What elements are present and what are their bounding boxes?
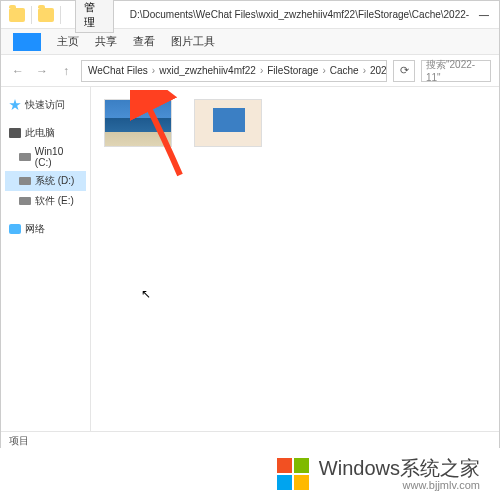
disk-icon xyxy=(19,197,31,205)
breadcrumb-part[interactable]: wxid_zwzhehiiv4mf22 xyxy=(159,65,256,76)
file-menu[interactable] xyxy=(13,33,41,51)
tab-picture-tools[interactable]: 图片工具 xyxy=(171,34,215,49)
tab-share[interactable]: 共享 xyxy=(95,34,117,49)
up-button[interactable]: ↑ xyxy=(57,62,75,80)
star-icon xyxy=(9,99,21,111)
tab-home[interactable]: 主页 xyxy=(57,34,79,49)
chevron-right-icon: › xyxy=(322,65,325,76)
status-text: 项目 xyxy=(9,435,29,446)
separator xyxy=(31,6,32,24)
sidebar-drive-c[interactable]: Win10 (C:) xyxy=(5,143,86,171)
window-title-path: D:\Documents\WeChat Files\wxid_zwzhehiiv… xyxy=(120,9,469,20)
folder-app-icon xyxy=(9,8,25,22)
watermark-title: Windows系统之家 xyxy=(319,457,480,479)
sidebar-label: Win10 (C:) xyxy=(35,146,82,168)
sidebar-drive-e[interactable]: 软件 (E:) xyxy=(5,191,86,211)
sidebar-drive-d[interactable]: 系统 (D:) xyxy=(5,171,86,191)
disk-icon xyxy=(19,177,31,185)
titlebar: 管理 D:\Documents\WeChat Files\wxid_zwzheh… xyxy=(1,1,499,29)
refresh-button[interactable]: ⟳ xyxy=(393,60,415,82)
disk-icon xyxy=(19,153,31,161)
breadcrumb-part[interactable]: WeChat Files xyxy=(88,65,148,76)
breadcrumb[interactable]: WeChat Files › wxid_zwzhehiiv4mf22 › Fil… xyxy=(81,60,387,82)
sidebar-quick-access[interactable]: 快速访问 xyxy=(5,95,86,115)
back-button[interactable]: ← xyxy=(9,62,27,80)
sidebar-network[interactable]: 网络 xyxy=(5,219,86,239)
forward-button[interactable]: → xyxy=(33,62,51,80)
minimize-button[interactable]: ─ xyxy=(469,7,499,23)
search-placeholder: 搜索"2022-11" xyxy=(426,58,486,83)
tab-view[interactable]: 查看 xyxy=(133,34,155,49)
chevron-right-icon: › xyxy=(152,65,155,76)
breadcrumb-part[interactable]: 2022-11 xyxy=(370,65,387,76)
sidebar-this-pc[interactable]: 此电脑 xyxy=(5,123,86,143)
file-list[interactable]: ↖ xyxy=(91,87,499,431)
separator xyxy=(60,6,61,24)
explorer-window: 管理 D:\Documents\WeChat Files\wxid_zwzheh… xyxy=(0,0,500,450)
navigation-pane: 快速访问 此电脑 Win10 (C:) 系统 (D:) 软件 (E:) xyxy=(1,87,91,431)
thumbnail-image xyxy=(104,99,172,147)
watermark-url: www.bjjmlv.com xyxy=(319,479,480,491)
breadcrumb-part[interactable]: FileStorage xyxy=(267,65,318,76)
file-item[interactable] xyxy=(103,99,173,163)
folder-icon xyxy=(38,8,54,22)
sidebar-label: 软件 (E:) xyxy=(35,194,74,208)
contextual-tab[interactable]: 管理 xyxy=(75,0,114,33)
status-bar: 项目 xyxy=(1,431,499,449)
navigation-bar: ← → ↑ WeChat Files › wxid_zwzhehiiv4mf22… xyxy=(1,55,499,87)
breadcrumb-part[interactable]: Cache xyxy=(330,65,359,76)
windows-logo-icon xyxy=(277,458,309,490)
chevron-right-icon: › xyxy=(363,65,366,76)
cursor-icon: ↖ xyxy=(141,287,151,301)
sidebar-label: 系统 (D:) xyxy=(35,174,74,188)
file-item[interactable] xyxy=(193,99,263,163)
search-input[interactable]: 搜索"2022-11" xyxy=(421,60,491,82)
chevron-right-icon: › xyxy=(260,65,263,76)
network-icon xyxy=(9,224,21,234)
sidebar-label: 网络 xyxy=(25,222,45,236)
content-area: 快速访问 此电脑 Win10 (C:) 系统 (D:) 软件 (E:) xyxy=(1,87,499,431)
thumbnail-image xyxy=(194,99,262,147)
watermark: Windows系统之家 www.bjjmlv.com xyxy=(0,448,500,500)
ribbon-tabs: 主页 共享 查看 图片工具 xyxy=(1,29,499,55)
sidebar-label: 快速访问 xyxy=(25,98,65,112)
pc-icon xyxy=(9,128,21,138)
sidebar-label: 此电脑 xyxy=(25,126,55,140)
